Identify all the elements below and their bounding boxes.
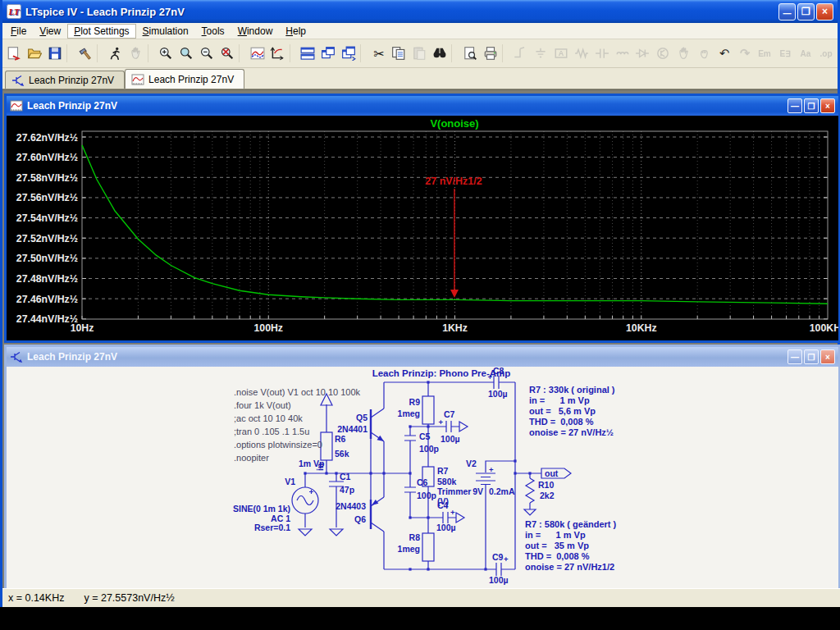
bjt-q5-leads [371, 409, 384, 441]
tab-waveform[interactable]: Leach Prinzip 27nV [125, 69, 244, 89]
capacitor-c7-symbol[interactable] [446, 421, 451, 432]
find-icon[interactable] [430, 43, 450, 64]
svg-text:27.56nV/Hz½: 27.56nV/Hz½ [16, 192, 78, 203]
label-r6: R6 [335, 434, 346, 444]
resistor-r9-symbol[interactable] [422, 396, 434, 424]
run-icon[interactable] [105, 43, 126, 64]
svg-text:LT: LT [7, 7, 21, 16]
menu-help[interactable]: Help [279, 24, 313, 39]
label-c8: C8 [493, 367, 504, 376]
waveform-pane[interactable]: 27.62nV/Hz½27.60nV/Hz½27.58nV/Hz½27.56nV… [7, 116, 838, 340]
note-original-line: in = 1 m Vp [529, 395, 590, 405]
svg-text:27.46nV/Hz½: 27.46nV/Hz½ [16, 294, 78, 305]
schematic-window-icon [10, 351, 23, 363]
ltspice-logo-icon: LT [7, 4, 21, 19]
label-v2: V2 [466, 459, 477, 468]
tile-horizontal-icon[interactable] [298, 43, 318, 64]
waveform-close-button[interactable]: × [820, 98, 835, 113]
menu-window[interactable]: Window [231, 24, 280, 39]
ground-icon [531, 43, 551, 64]
svg-text:27.60nV/Hz½: 27.60nV/Hz½ [16, 152, 78, 163]
waveform-window-titlebar[interactable]: Leach Prinzip 27nV — ❐ × [7, 96, 838, 116]
open-icon[interactable] [25, 43, 45, 64]
svg-text:27.62nV/Hz½: 27.62nV/Hz½ [16, 132, 78, 144]
inductor-icon [612, 43, 632, 64]
print-preview-icon[interactable] [459, 43, 480, 64]
capacitor-c6-symbol[interactable] [404, 487, 416, 492]
resistor-r6-symbol[interactable] [321, 432, 332, 460]
zoom-extents-icon[interactable] [217, 43, 237, 64]
schematic-window: Leach Prinzip 27nV — ❐ × [4, 345, 840, 592]
copy-icon[interactable] [389, 43, 409, 64]
label-v1: V1 [285, 477, 295, 486]
label-q6: Q6 [354, 514, 366, 524]
note-changed-line: THD = 0,008 % [525, 551, 590, 561]
label-c5-val: 100p [419, 444, 439, 454]
save-icon[interactable] [45, 43, 66, 64]
diode-icon [632, 43, 653, 64]
app-minimize-button[interactable]: — [778, 3, 796, 21]
battery-v2-symbol[interactable] [476, 473, 495, 485]
control-panel-icon[interactable] [75, 43, 95, 64]
menu-plot-settings[interactable]: Plot Settings [67, 24, 135, 39]
trace-legend[interactable]: V(onoise) [430, 117, 478, 130]
label-v2-voltage: 9V [472, 486, 483, 496]
svg-text:1KHz: 1KHz [442, 322, 468, 334]
label-c5: C5 [419, 431, 431, 441]
svg-text:Em: Em [758, 49, 771, 58]
label-q6-model: 2N4403 [336, 501, 366, 511]
note-changed-line: R7 : 580k ( geändert ) [525, 519, 617, 529]
label-r9: R9 [409, 397, 421, 407]
note-changed-line: onoise = 27 nV/Hz1/2 [525, 562, 614, 572]
tile-vertical-icon[interactable] [318, 43, 339, 64]
menu-tools[interactable]: Tools [195, 24, 231, 39]
cascade-icon[interactable] [338, 43, 358, 64]
schematic-canvas[interactable]: Leach Prinzip: Phono Pre-Amp .noise V(ou… [7, 367, 838, 590]
schematic-tab-icon [11, 75, 25, 86]
waveform-tab-icon [131, 74, 144, 85]
label-c7-val: 100µ [441, 434, 460, 444]
schematic-window-titlebar[interactable]: Leach Prinzip 27nV — ❐ × [7, 347, 838, 367]
schematic-close-button[interactable]: × [820, 349, 835, 364]
svg-text:A: A [559, 49, 564, 57]
app-close-button[interactable]: × [816, 3, 833, 21]
svg-text:27.48nV/Hz½: 27.48nV/Hz½ [16, 273, 78, 285]
schematic-maximize-button[interactable]: ❐ [804, 349, 819, 364]
status-cursor-y: y = 27.5573nV/Hz½ [84, 592, 174, 604]
new-schematic-icon[interactable] [4, 43, 25, 64]
directive-line: .noopiter [234, 453, 269, 463]
resistor-r8-symbol[interactable] [422, 533, 434, 561]
menu-file[interactable]: File [4, 24, 33, 39]
zoom-in-icon[interactable] [156, 43, 176, 64]
undo-icon[interactable]: ↶ [714, 43, 734, 64]
app-maximize-button[interactable]: ❐ [797, 3, 815, 21]
print-icon[interactable] [480, 43, 500, 64]
schematic-minimize-button[interactable]: — [788, 349, 802, 364]
menu-view[interactable]: View [33, 24, 67, 39]
svg-text:10Hz: 10Hz [71, 322, 94, 334]
label-r7: R7 [437, 466, 449, 476]
plot-settings-icon[interactable] [247, 43, 267, 64]
note-original-line: onoise = 27 nV/Hz½ [529, 427, 614, 437]
autorange-icon[interactable] [267, 43, 288, 64]
capacitor-c9-symbol[interactable] [496, 563, 501, 576]
label-c4-val: 100µ [436, 523, 456, 532]
label-r7-val: 580k [437, 477, 457, 486]
status-bar: x = 0.14KHz y = 27.5573nV/Hz½ [2, 588, 840, 607]
zoom-out-icon[interactable] [196, 43, 217, 64]
waveform-maximize-button[interactable]: ❐ [804, 98, 819, 113]
label-c4-plus: + [450, 508, 455, 517]
cut-icon[interactable]: ✂ [368, 43, 389, 64]
menu-simulation[interactable]: Simulation [136, 24, 195, 39]
label-c9-plus: + [504, 555, 509, 564]
capacitor-c4-symbol[interactable] [443, 512, 448, 523]
app-titlebar[interactable]: LT LTspice IV - Leach Prinzip 27nV — ❐ × [2, 0, 838, 23]
resistor-r10-symbol[interactable] [526, 478, 534, 503]
waveform-minimize-button[interactable]: — [788, 98, 802, 113]
capacitor-icon [591, 43, 612, 64]
label-c8-val: 100µ [488, 389, 508, 399]
tab-schematic[interactable]: Leach Prinzip 27nV [5, 71, 125, 89]
capacitor-c5-symbol[interactable] [404, 436, 416, 441]
svg-text:100KHz: 100KHz [810, 322, 838, 334]
zoom-back-icon[interactable] [176, 43, 197, 64]
